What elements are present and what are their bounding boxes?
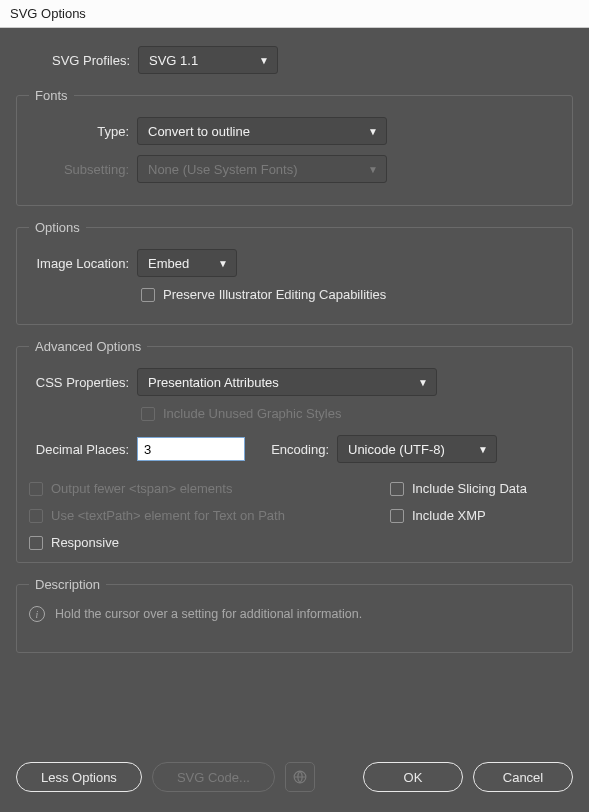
description-text: Hold the cursor over a setting for addit… — [55, 607, 362, 621]
ok-button[interactable]: OK — [363, 762, 463, 792]
window-title: SVG Options — [0, 0, 589, 28]
info-icon: i — [29, 606, 45, 622]
css-properties-value: Presentation Attributes — [148, 375, 279, 390]
use-textpath-checkbox — [29, 509, 43, 523]
preserve-editing-label: Preserve Illustrator Editing Capabilitie… — [163, 287, 386, 302]
include-xmp-checkbox[interactable] — [390, 509, 404, 523]
chevron-down-icon: ▼ — [368, 126, 378, 137]
options-group: Options Image Location: Embed ▼ Preserve… — [16, 220, 573, 325]
image-location-label: Image Location: — [29, 256, 137, 271]
encoding-label: Encoding: — [257, 442, 337, 457]
font-type-label: Type: — [29, 124, 137, 139]
fonts-legend: Fonts — [29, 88, 74, 103]
output-fewer-tspan-checkbox — [29, 482, 43, 496]
include-xmp-label: Include XMP — [412, 508, 486, 523]
options-legend: Options — [29, 220, 86, 235]
description-legend: Description — [29, 577, 106, 592]
advanced-options-group: Advanced Options CSS Properties: Present… — [16, 339, 573, 563]
preserve-editing-checkbox[interactable] — [141, 288, 155, 302]
chevron-down-icon: ▼ — [478, 444, 488, 455]
subsetting-select: None (Use System Fonts) ▼ — [137, 155, 387, 183]
include-unused-label: Include Unused Graphic Styles — [163, 406, 341, 421]
svg-profiles-label: SVG Profiles: — [16, 53, 138, 68]
chevron-down-icon: ▼ — [368, 164, 378, 175]
font-type-value: Convert to outline — [148, 124, 250, 139]
include-slicing-label: Include Slicing Data — [412, 481, 527, 496]
chevron-down-icon: ▼ — [218, 258, 228, 269]
subsetting-value: None (Use System Fonts) — [148, 162, 298, 177]
responsive-checkbox[interactable] — [29, 536, 43, 550]
encoding-value: Unicode (UTF-8) — [348, 442, 445, 457]
svg-profiles-value: SVG 1.1 — [149, 53, 198, 68]
include-unused-checkbox — [141, 407, 155, 421]
chevron-down-icon: ▼ — [418, 377, 428, 388]
decimal-places-input[interactable] — [137, 437, 245, 461]
font-type-select[interactable]: Convert to outline ▼ — [137, 117, 387, 145]
css-properties-label: CSS Properties: — [29, 375, 137, 390]
subsetting-label: Subsetting: — [29, 162, 137, 177]
svg-code-button: SVG Code... — [152, 762, 275, 792]
less-options-button[interactable]: Less Options — [16, 762, 142, 792]
globe-icon — [285, 762, 315, 792]
use-textpath-label: Use <textPath> element for Text on Path — [51, 508, 285, 523]
include-slicing-checkbox[interactable] — [390, 482, 404, 496]
decimal-places-label: Decimal Places: — [29, 442, 137, 457]
responsive-label: Responsive — [51, 535, 119, 550]
image-location-value: Embed — [148, 256, 189, 271]
fonts-group: Fonts Type: Convert to outline ▼ Subsett… — [16, 88, 573, 206]
encoding-select[interactable]: Unicode (UTF-8) ▼ — [337, 435, 497, 463]
output-fewer-tspan-label: Output fewer <tspan> elements — [51, 481, 232, 496]
dialog-footer: Less Options SVG Code... OK Cancel — [16, 762, 573, 792]
advanced-legend: Advanced Options — [29, 339, 147, 354]
svg-profiles-select[interactable]: SVG 1.1 ▼ — [138, 46, 278, 74]
css-properties-select[interactable]: Presentation Attributes ▼ — [137, 368, 437, 396]
image-location-select[interactable]: Embed ▼ — [137, 249, 237, 277]
chevron-down-icon: ▼ — [259, 55, 269, 66]
description-group: Description i Hold the cursor over a set… — [16, 577, 573, 653]
cancel-button[interactable]: Cancel — [473, 762, 573, 792]
